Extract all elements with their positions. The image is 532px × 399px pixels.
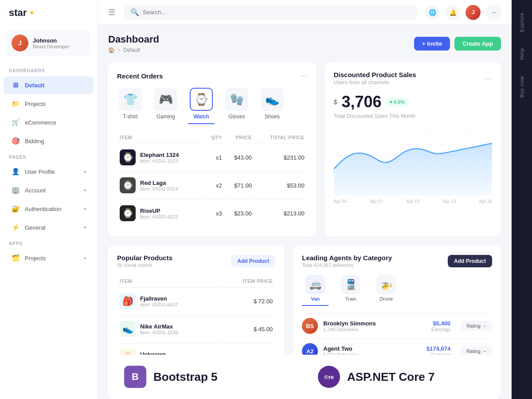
sidebar-item-default[interactable]: ⊞ Default [4, 76, 94, 94]
item-qty: x3 [204, 200, 224, 227]
item-qty: x2 [204, 172, 224, 199]
explore-button[interactable]: Explore [517, 9, 526, 35]
page-title-area: Dashboard 🏠 > Default [108, 34, 159, 53]
sidebar: star✦ J Johnson React Developer DASHBOAR… [0, 0, 98, 399]
sidebar-item-projects-app[interactable]: 🗂️ Projects ▾ [4, 249, 94, 267]
general-icon: ⚡ [11, 223, 20, 232]
banner-asp-text: ASP.NET Core 7 [347, 370, 434, 384]
item-image: ⌚ [120, 177, 136, 193]
tab-shoes[interactable]: 👟 Shoes [259, 88, 286, 124]
sidebar-item-bidding[interactable]: 🎯 Bidding [4, 132, 94, 150]
tab-van[interactable]: 🚐 Van [302, 275, 329, 306]
item-id: Item: #XDG-6437 [140, 302, 178, 307]
globe-icon[interactable]: 🌐 [425, 5, 440, 20]
sidebar-item-authentication[interactable]: 🔐 Authentication ▾ [4, 200, 94, 218]
x-label: Apr 10 [407, 199, 419, 204]
tab-gloves-label: Gloves [228, 113, 245, 120]
item-name: Fjallraven [140, 295, 178, 302]
more-options-icon[interactable]: ⋯ [299, 71, 307, 81]
account-icon: 🏢 [11, 185, 20, 195]
collapse-button[interactable]: ☰ [108, 8, 115, 17]
logo-text: star [9, 7, 27, 19]
sidebar-item-label: Projects [25, 255, 79, 262]
rating-button[interactable]: Rating → [461, 321, 492, 331]
user-profile-icon: 👤 [11, 167, 20, 176]
sidebar-item-label: General [25, 224, 79, 231]
chart-x-labels: Apr 04 Apr 07 Apr 10 Apr 13 Apr 18 [334, 199, 492, 204]
watch-icon: ⌚ [190, 88, 213, 111]
table-row: ⌚ Red Laga Item: #XDG-5314 x2 $71.00 $53… [118, 172, 306, 199]
breadcrumb-current: Default [123, 47, 140, 53]
sales-currency: $ [334, 98, 337, 106]
agent-avatar: BS [302, 318, 318, 334]
van-icon: 🚐 [305, 275, 325, 294]
topbar-avatar[interactable]: J [466, 5, 481, 20]
agent-name: Brooklyn Simmons [323, 320, 414, 327]
tab-watch[interactable]: ⌚ Watch [188, 88, 215, 124]
orders-table: ITEM QTY PRICE TOTAL PRICE ⌚ [117, 131, 307, 227]
add-product-button[interactable]: Add Product [231, 255, 275, 267]
user-info: Johnson React Developer [33, 37, 69, 49]
projects-app-icon: 🗂️ [11, 253, 20, 263]
item-name: Red Laga [140, 180, 178, 186]
agents-title: Leading Agents by Category [302, 254, 392, 262]
add-agent-button[interactable]: Add Product [448, 255, 492, 267]
x-label: Apr 13 [443, 199, 456, 204]
user-profile-card[interactable]: J Johnson React Developer [6, 29, 91, 57]
sidebar-item-projects[interactable]: 📁 Projects [4, 95, 94, 113]
agent-row: BS Brooklyn Simmons 1,240 Deliveries $5,… [302, 313, 492, 338]
tab-tshirt[interactable]: 👕 T-shirt [117, 88, 144, 124]
sales-chart: Apr 04 Apr 07 Apr 10 Apr 13 Apr 18 [334, 125, 492, 204]
item-image: 👟 [120, 321, 136, 337]
invite-button[interactable]: + Invite [414, 37, 450, 51]
banner-overlay: B Bootstrap 5 ©re ASP.NET Core 7 [111, 355, 498, 399]
user-role: React Developer [33, 44, 69, 49]
search-input[interactable] [143, 9, 231, 16]
main-content: Dashboard 🏠 > Default + Invite Create Ap… [98, 25, 512, 399]
breadcrumb-separator: > [117, 47, 121, 53]
chart-svg [334, 125, 492, 196]
col-price: ITEM PRICE [219, 276, 274, 286]
topbar-right: 🌐 🔔 J → [425, 5, 501, 20]
item-price: $43.00 [225, 144, 254, 171]
buy-now-button[interactable]: Buy now [517, 72, 526, 101]
item-price: $ 72.00 [219, 287, 274, 314]
tab-gaming[interactable]: 🎮 Gaming [153, 88, 179, 124]
item-id: Item: #XDG-1836 [140, 330, 178, 335]
item-id: Item: #XDG-1523 [140, 158, 179, 164]
x-label: Apr 18 [479, 199, 492, 204]
tab-gloves[interactable]: 🧤 Gloves [223, 88, 250, 124]
asp-icon: ©re [318, 366, 340, 388]
sidebar-item-ecommerce[interactable]: 🛒 eCommerce [4, 113, 94, 131]
item-image: ⌚ [120, 149, 136, 165]
table-row: 🎒 Fjallraven Item: #XDG-6437 $ 72.00 [118, 287, 274, 314]
help-button[interactable]: Help [517, 44, 526, 63]
section-apps: APPS [0, 237, 97, 249]
sidebar-item-user-profile[interactable]: 👤 User Profile ▾ [4, 163, 94, 180]
item-total: $231.00 [254, 144, 306, 171]
logo: star✦ [0, 0, 97, 26]
item-name: Nike AirMax [140, 323, 178, 330]
notification-icon[interactable]: 🔔 [445, 5, 460, 20]
sidebar-item-general[interactable]: ⚡ General ▾ [4, 219, 94, 236]
page-title: Dashboard [108, 34, 159, 45]
sales-header: Discounted Product Sales Users from all … [334, 71, 492, 86]
tab-drone[interactable]: 🚁 Drone [373, 275, 399, 306]
sidebar-item-account[interactable]: 🏢 Account ▾ [4, 181, 94, 199]
col-item: ITEM [118, 276, 219, 286]
tab-train[interactable]: 🚆 Train [337, 275, 364, 306]
item-cell: ⌚ Elephant 1324 Item: #XDG-1523 [120, 149, 202, 165]
tab-train-label: Train [345, 296, 356, 301]
arrow-right-icon[interactable]: → [486, 5, 501, 20]
logo-star: ✦ [28, 8, 35, 18]
gaming-icon: 🎮 [154, 88, 177, 111]
item-image: ⌚ [120, 205, 136, 221]
popular-products-subtitle: 8k social visitors [117, 262, 172, 268]
sales-more-icon[interactable]: ⋯ [484, 74, 492, 83]
chevron-down-icon: ▾ [84, 255, 86, 261]
search-box[interactable]: 🔍 [124, 5, 418, 20]
create-app-button[interactable]: Create App [454, 37, 501, 51]
train-icon: 🚆 [341, 275, 360, 294]
right-sidebar: Explore Help Buy now [512, 0, 532, 399]
item-total: $53.00 [254, 172, 306, 199]
